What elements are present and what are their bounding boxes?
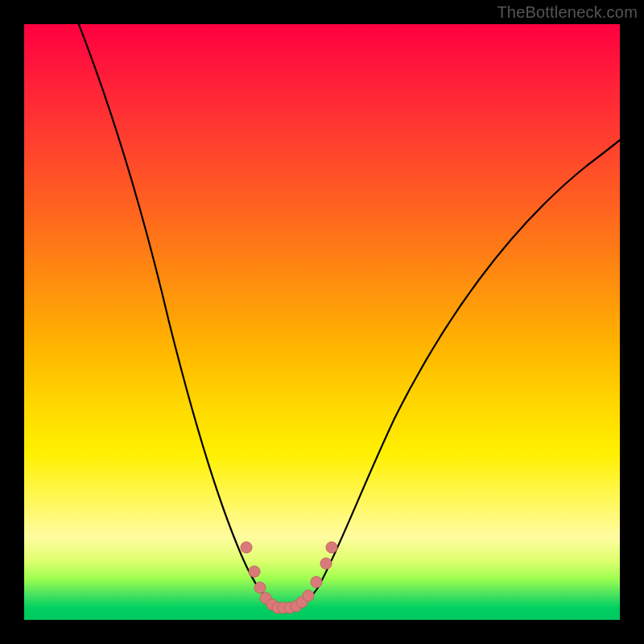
curve-path (72, 24, 620, 609)
svg-point-12 (320, 558, 332, 569)
plot-area (24, 24, 620, 620)
svg-point-13 (326, 542, 337, 553)
svg-point-11 (311, 576, 322, 588)
svg-point-10 (303, 590, 314, 601)
chart-frame: TheBottleneck.com (0, 0, 644, 644)
svg-point-1 (249, 566, 260, 577)
watermark-text: TheBottleneck.com (497, 3, 638, 22)
bottleneck-curve (24, 24, 620, 620)
svg-point-0 (241, 542, 252, 553)
svg-point-2 (254, 582, 266, 593)
